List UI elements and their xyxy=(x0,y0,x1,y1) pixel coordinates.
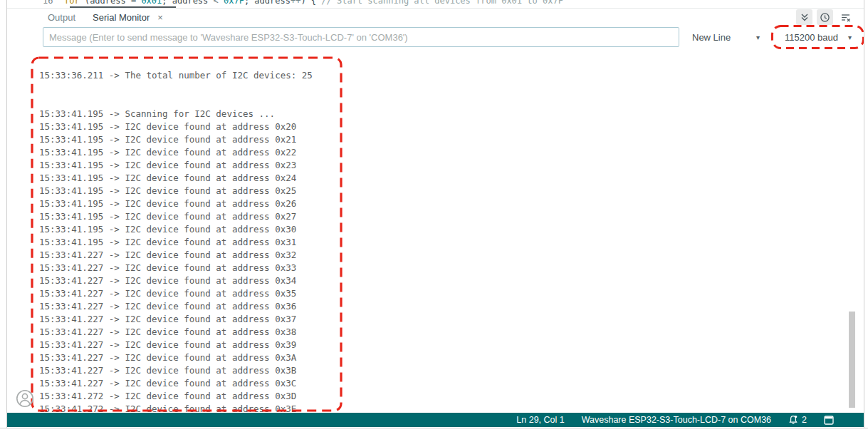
board-port-label: Waveshare ESP32-S3-Touch-LCD-7 on COM36 xyxy=(582,415,771,425)
cursor-position-label: Ln 29, Col 1 xyxy=(516,415,564,425)
scrollbar-thumb[interactable] xyxy=(849,312,855,408)
code-token: (address xyxy=(85,0,131,6)
toggle-timestamp-button[interactable] xyxy=(817,9,833,25)
log-line: 15:33:41.195 -> I2C device found at addr… xyxy=(39,146,313,159)
editor-line-number: 16 xyxy=(43,0,53,6)
tab-output[interactable]: Output xyxy=(39,10,84,25)
arduino-ide-window: 16 for (address = 0x01; address < 0x7F; … xyxy=(0,0,868,432)
clear-output-button[interactable] xyxy=(837,9,854,25)
log-line: 15:33:41.227 -> I2C device found at addr… xyxy=(39,249,313,262)
log-line-clipped: 15:33:36.211 -> The total number of I2C … xyxy=(39,69,313,82)
log-line: 15:33:41.227 -> I2C device found at addr… xyxy=(39,339,313,351)
serial-monitor-toolbar xyxy=(796,9,854,26)
account-button[interactable] xyxy=(15,389,35,408)
double-chevron-down-icon xyxy=(800,12,810,22)
code-token: 0x7F xyxy=(224,0,244,6)
log-line: 15:33:41.227 -> I2C device found at addr… xyxy=(39,377,313,390)
notification-count: 2 xyxy=(802,415,807,425)
log-line: 15:33:41.195 -> I2C device found at addr… xyxy=(39,210,313,223)
code-token: for xyxy=(64,0,85,6)
code-token: = xyxy=(131,0,141,6)
log-line: 15:33:41.195 -> I2C device found at addr… xyxy=(39,159,313,172)
tab-serial-monitor[interactable]: Serial Monitor × xyxy=(84,10,174,25)
status-bar: Ln 29, Col 1 Waveshare ESP32-S3-Touch-LC… xyxy=(7,413,864,427)
account-icon xyxy=(15,400,35,411)
collapse-panel-button[interactable] xyxy=(796,9,812,25)
log-line: 15:33:41.195 -> I2C device found at addr… xyxy=(39,120,313,133)
log-line: 15:33:41.195 -> I2C device found at addr… xyxy=(39,236,313,249)
log-line: 15:33:41.195 -> I2C device found at addr… xyxy=(39,197,313,210)
editor-code-text: for (address = 0x01; address < 0x7F; add… xyxy=(64,0,563,6)
tab-output-label: Output xyxy=(48,12,75,23)
log-line: 15:33:41.227 -> I2C device found at addr… xyxy=(39,364,313,377)
line-ending-value: New Line xyxy=(692,32,731,43)
log-line: 15:33:41.195 -> I2C device found at addr… xyxy=(39,172,313,185)
bell-icon xyxy=(788,415,798,425)
toggle-panel-button[interactable] xyxy=(815,413,842,427)
tab-serial-monitor-label: Serial Monitor xyxy=(93,12,150,23)
code-token: // Start scanning all devices from 0x01 … xyxy=(321,0,563,6)
log-line: 15:33:41.272 -> I2C device found at addr… xyxy=(39,403,313,413)
code-token: ; address xyxy=(162,0,213,6)
log-line: 15:33:41.227 -> I2C device found at addr… xyxy=(39,313,313,326)
code-token: ++ xyxy=(291,0,300,6)
serial-monitor-output[interactable]: 15:33:36.211 -> The total number of I2C … xyxy=(7,48,849,413)
line-ending-select[interactable]: New Line ▾ xyxy=(685,27,765,47)
window-border-right xyxy=(864,0,864,428)
baud-rate-value: 115200 baud xyxy=(785,32,838,43)
window-border-bottom xyxy=(0,428,868,428)
log-line: 15:33:41.272 -> I2C device found at addr… xyxy=(39,390,313,403)
log-line: 15:33:41.195 -> I2C device found at addr… xyxy=(39,133,313,146)
log-line: 15:33:41.227 -> I2C device found at addr… xyxy=(39,287,313,300)
chevron-down-icon: ▾ xyxy=(756,34,760,41)
clear-output-icon xyxy=(840,12,851,23)
notifications-button[interactable]: 2 xyxy=(780,413,815,427)
code-token: < xyxy=(214,0,224,6)
close-icon[interactable]: × xyxy=(155,12,165,23)
board-port-selector[interactable]: Waveshare ESP32-S3-Touch-LCD-7 on COM36 xyxy=(573,413,780,427)
log-line: 15:33:41.227 -> I2C device found at addr… xyxy=(39,262,313,274)
log-line: 15:33:41.227 -> I2C device found at addr… xyxy=(39,351,313,364)
log-line: 15:33:41.195 -> Scanning for I2C devices… xyxy=(39,108,313,120)
baud-rate-select[interactable]: 115200 baud ▾ xyxy=(778,27,857,47)
log-line: 15:33:41.195 -> I2C device found at addr… xyxy=(39,185,313,197)
code-editor-clipped-line[interactable]: 16 for (address = 0x01; address < 0x7F; … xyxy=(7,0,864,8)
chevron-down-icon: ▾ xyxy=(848,34,852,41)
log-line: 15:33:41.227 -> I2C device found at addr… xyxy=(39,326,313,339)
panel-layout-icon xyxy=(824,416,834,425)
log-line: 15:33:41.227 -> I2C device found at addr… xyxy=(39,300,313,313)
clock-icon xyxy=(820,12,830,23)
log-lines: 15:33:41.195 -> Scanning for I2C devices… xyxy=(39,108,313,413)
log-line: 15:33:41.195 -> I2C device found at addr… xyxy=(39,223,313,236)
cursor-position[interactable]: Ln 29, Col 1 xyxy=(508,413,572,427)
serial-log: 15:33:36.211 -> The total number of I2C … xyxy=(39,48,313,413)
serial-message-input[interactable] xyxy=(43,27,679,47)
window-border-left xyxy=(6,0,7,428)
code-token: ) { xyxy=(300,0,321,6)
code-token: ; address xyxy=(244,0,291,6)
log-line: 15:33:41.227 -> I2C device found at addr… xyxy=(39,274,313,287)
code-token: 0x01 xyxy=(141,0,162,6)
bottom-panel-tabbar: Output Serial Monitor × xyxy=(39,9,864,26)
